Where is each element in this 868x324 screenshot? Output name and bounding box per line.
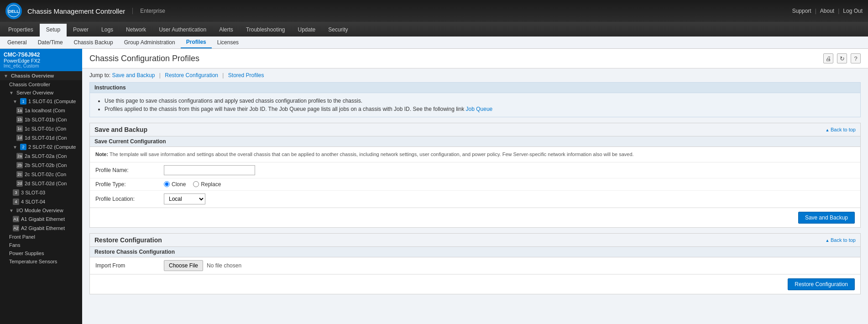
slot-badge: 1d xyxy=(16,135,23,141)
device-id: CMC-7S6J942 xyxy=(4,52,78,58)
tab-user-auth[interactable]: User Authentication xyxy=(152,24,213,37)
sidebar-item-chassis-controller[interactable]: Chassis Controller xyxy=(0,80,82,89)
slot-badge: A1 xyxy=(13,216,19,222)
save-backup-btn-row: Save and Backup xyxy=(90,208,860,227)
replace-radio[interactable] xyxy=(193,181,199,187)
choose-file-button[interactable]: Choose File xyxy=(164,260,203,271)
logout-link[interactable]: Log Out xyxy=(843,8,863,14)
slot-badge: 2c xyxy=(16,171,23,178)
profile-type-control: Clone Replace xyxy=(164,181,221,188)
profile-location-select[interactable]: Local Remote xyxy=(164,193,205,204)
sidebar-item-2d[interactable]: 2d 2d SLOT-02d (Con xyxy=(0,179,82,188)
restore-chassis-header: Restore Chassis Configuration xyxy=(90,247,860,257)
clone-radio[interactable] xyxy=(164,181,170,187)
jump-to-stored-profiles[interactable]: Stored Profiles xyxy=(228,72,264,78)
device-info: CMC-7S6J942 PowerEdge FX2 lmc_e6c, Custo… xyxy=(0,49,82,71)
job-queue-link[interactable]: Job Queue xyxy=(466,106,493,112)
profile-location-row: Profile Location: Local Remote xyxy=(90,191,860,208)
restore-back-to-top[interactable]: Back to top xyxy=(826,237,856,243)
tab-setup[interactable]: Setup xyxy=(40,24,67,37)
tab-troubleshooting[interactable]: Troubleshooting xyxy=(240,24,292,37)
sidebar-item-1b[interactable]: 1b 1b SLOT-01b (Con xyxy=(0,115,82,124)
sidebar-item-power-supplies[interactable]: Power Supplies xyxy=(0,249,82,257)
sidebar-item-1a[interactable]: 1a 1a localhost (Com xyxy=(0,106,82,115)
support-link[interactable]: Support xyxy=(792,8,811,14)
subtab-licenses[interactable]: Licenses xyxy=(212,37,244,48)
save-note: Note: The template will save information… xyxy=(90,147,860,162)
sidebar-item-temp-sensors[interactable]: Temperature Sensors xyxy=(0,257,82,266)
help-button[interactable]: ? xyxy=(851,53,861,63)
profile-name-input[interactable] xyxy=(164,165,255,175)
sidebar-item-io-module[interactable]: ▼ I/O Module Overview xyxy=(0,206,82,214)
tab-properties[interactable]: Properties xyxy=(2,24,40,37)
clone-label: Clone xyxy=(172,181,186,188)
save-backup-back-to-top[interactable]: Back to top xyxy=(826,127,856,132)
sidebar-item-a2[interactable]: A2 A2 Gigabit Ethernet xyxy=(0,224,82,233)
sidebar-item-slot03[interactable]: 3 3 SLOT-03 xyxy=(0,188,82,197)
import-from-label: Import From xyxy=(95,262,164,269)
sidebar: CMC-7S6J942 PowerEdge FX2 lmc_e6c, Custo… xyxy=(0,49,82,324)
tab-update[interactable]: Update xyxy=(292,24,322,37)
sidebar-item-front-panel[interactable]: Front Panel xyxy=(0,233,82,241)
slot-badge: 2a xyxy=(16,153,23,159)
jump-to-restore-config[interactable]: Restore Configuration xyxy=(165,72,218,78)
save-and-backup-button[interactable]: Save and Backup xyxy=(798,212,855,224)
subtab-datetime[interactable]: Date/Time xyxy=(32,37,68,48)
tab-power[interactable]: Power xyxy=(67,24,95,37)
profile-location-control: Local Remote xyxy=(164,193,205,204)
jump-to-save-backup[interactable]: Save and Backup xyxy=(112,72,155,78)
sidebar-item-fans[interactable]: Fans xyxy=(0,241,82,249)
save-note-text: The template will save information and s… xyxy=(110,152,634,157)
slot-badge: 2b xyxy=(16,162,23,168)
sidebar-item-a1[interactable]: A1 A1 Gigabit Ethernet xyxy=(0,214,82,224)
print-button[interactable]: 🖨 xyxy=(823,53,833,63)
sidebar-item-server-overview[interactable]: ▼ Server Overview xyxy=(0,89,82,97)
replace-radio-label[interactable]: Replace xyxy=(193,181,221,188)
restore-config-title-bar: Restore Configuration Back to top xyxy=(90,234,860,247)
tab-network[interactable]: Network xyxy=(120,24,152,37)
refresh-button[interactable]: ↻ xyxy=(837,53,847,63)
app-edition: Enterprise xyxy=(132,8,165,14)
tab-security[interactable]: Security xyxy=(322,24,354,37)
slot-badge: A2 xyxy=(13,225,19,231)
slot-badge: 1 xyxy=(20,98,26,105)
sidebar-item-2b[interactable]: 2b 2b SLOT-02b (Con xyxy=(0,161,82,170)
save-backup-section: Save and Backup Back to top Save Current… xyxy=(89,123,861,228)
profile-location-label: Profile Location: xyxy=(95,196,164,202)
profile-name-control xyxy=(164,165,255,175)
instruction-item-2: Profiles applied to the chassis from thi… xyxy=(105,105,853,113)
clone-radio-label[interactable]: Clone xyxy=(164,181,186,188)
restore-config-title: Restore Configuration xyxy=(94,236,162,244)
subtab-group-admin[interactable]: Group Administration xyxy=(119,37,181,48)
subtab-profiles[interactable]: Profiles xyxy=(181,37,212,48)
sidebar-item-slot04[interactable]: 4 4 SLOT-04 xyxy=(0,197,82,206)
app-title: Chassis Management Controller xyxy=(27,7,125,15)
tab-alerts[interactable]: Alerts xyxy=(213,24,240,37)
save-backup-title: Save and Backup xyxy=(94,126,147,133)
page-title: Chassis Configuration Profiles xyxy=(89,54,199,63)
subtab-chassis-backup[interactable]: Chassis Backup xyxy=(68,37,119,48)
header: DELL Chassis Management Controller Enter… xyxy=(0,0,868,22)
slot-badge: 2 xyxy=(20,144,26,150)
slot-badge: 1a xyxy=(16,107,23,114)
svg-text:DELL: DELL xyxy=(8,9,19,14)
sidebar-item-chassis-overview[interactable]: ▼ Chassis Overview xyxy=(0,71,82,80)
about-link[interactable]: About xyxy=(820,8,834,14)
tab-logs[interactable]: Logs xyxy=(95,24,120,37)
import-from-control: Choose File No file chosen xyxy=(164,260,241,271)
main-content: Chassis Configuration Profiles 🖨 ↻ ? Jum… xyxy=(82,49,868,324)
sidebar-item-1d[interactable]: 1d 1d SLOT-01d (Con xyxy=(0,133,82,142)
sidebar-item-slot02[interactable]: ▼ 2 2 SLOT-02 (Compute xyxy=(0,142,82,152)
sidebar-item-2c[interactable]: 2c 2c SLOT-02c (Con xyxy=(0,170,82,179)
sidebar-item-2a[interactable]: 2a 2a SLOT-02a (Con xyxy=(0,152,82,161)
save-current-config-header: Save Current Configuration xyxy=(90,136,860,147)
jump-to-bar: Jump to: Save and Backup | Restore Confi… xyxy=(82,68,868,82)
restore-btn-row: Restore Configuration xyxy=(90,274,860,294)
sidebar-item-slot01[interactable]: ▼ 1 1 SLOT-01 (Compute xyxy=(0,97,82,106)
jump-to-label: Jump to: xyxy=(89,72,110,78)
chevron-down-icon: ▼ xyxy=(13,99,17,104)
save-backup-title-bar: Save and Backup Back to top xyxy=(90,123,860,136)
subtab-general[interactable]: General xyxy=(2,37,32,48)
sidebar-item-1c[interactable]: 1c 1c SLOT-01c (Con xyxy=(0,124,82,133)
restore-configuration-button[interactable]: Restore Configuration xyxy=(788,278,855,290)
